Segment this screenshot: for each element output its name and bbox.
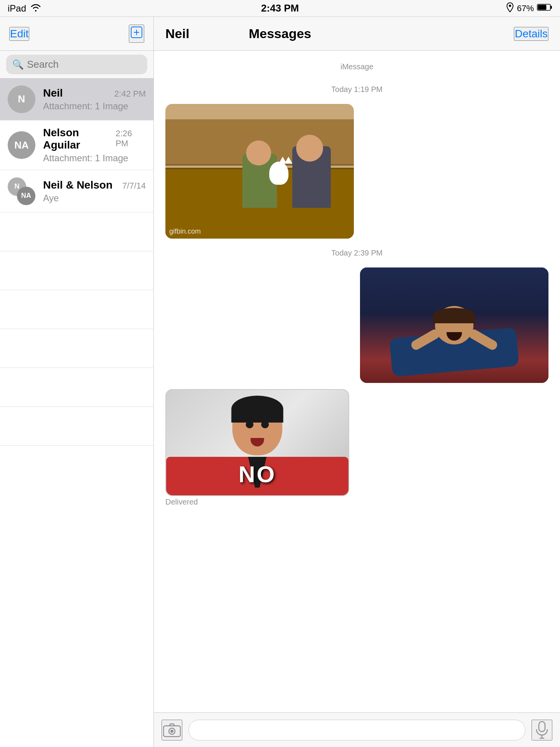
conv-info-neil: Neil 2:42 PM Attachment: 1 Image (43, 87, 146, 112)
watermark: gifbin.com (169, 227, 201, 236)
svg-rect-2 (550, 6, 552, 9)
message-gif-1: gifbin.com (165, 104, 548, 239)
svg-rect-3 (538, 5, 547, 10)
svg-point-9 (170, 730, 173, 733)
conv-preview-group: Aye (43, 193, 146, 204)
conversation-list: N Neil 2:42 PM Attachment: 1 Image NA Ne… (0, 78, 153, 747)
conv-time-neil: 2:42 PM (114, 89, 146, 99)
gif-cat-sofa-image: gifbin.com (165, 104, 354, 239)
messages-panel: Edit Messages 🔍 N (0, 17, 154, 747)
empty-space (0, 251, 153, 446)
messages-header: Edit Messages (0, 17, 153, 51)
search-wrapper[interactable]: 🔍 (6, 55, 147, 74)
no-text-label: NO (238, 461, 276, 488)
avatar-nelson: NA (8, 131, 35, 159)
timestamp-1: Today 1:19 PM (165, 85, 548, 94)
svg-point-0 (509, 5, 511, 7)
avatar-nelson-small: NA (17, 187, 35, 205)
chat-messages: iMessage Today 1:19 PM (154, 51, 560, 712)
compose-button[interactable] (129, 25, 144, 43)
conv-preview-neil: Attachment: 1 Image (43, 101, 146, 112)
imessage-label: iMessage (165, 62, 548, 71)
conv-name-nelson: Nelson Aguilar (43, 127, 115, 151)
conversation-item-group[interactable]: N NA Neil & Nelson 7/7/14 Aye (0, 170, 153, 212)
conv-info-nelson: Nelson Aguilar 2:26 PM Attachment: 1 Ima… (43, 127, 146, 164)
messages-title: Messages (249, 26, 312, 41)
conv-name-group: Neil & Nelson (43, 179, 112, 191)
chat-header: Neil Details (154, 17, 560, 51)
search-input[interactable] (27, 58, 152, 70)
message-gif-2 (165, 267, 548, 383)
conv-time-group: 7/7/14 (122, 181, 146, 191)
conv-preview-nelson: Attachment: 1 Image (43, 153, 146, 164)
chat-input-bar (154, 712, 560, 747)
conversation-item-nelson[interactable]: NA Nelson Aguilar 2:26 PM Attachment: 1 … (0, 120, 153, 170)
avatar-group: N NA (8, 177, 35, 205)
avatar-neil: N (8, 85, 35, 113)
message-input[interactable] (188, 720, 525, 740)
conv-time-nelson: 2:26 PM (115, 129, 146, 149)
gif-no-image: NO (165, 389, 349, 496)
timestamp-2: Today 2:39 PM (165, 249, 548, 257)
delivered-label: Delivered (165, 498, 198, 506)
camera-button[interactable] (162, 720, 182, 740)
chat-contact-name: Neil (165, 26, 189, 41)
edit-button[interactable]: Edit (9, 27, 29, 41)
details-button[interactable]: Details (514, 27, 548, 41)
status-bar: iPad 2:43 PM 67% (0, 0, 560, 17)
gif-laugh-image (360, 267, 548, 383)
conv-name-neil: Neil (43, 87, 63, 99)
conv-info-group: Neil & Nelson 7/7/14 Aye (43, 179, 146, 204)
ipad-label: iPad (8, 3, 26, 14)
search-icon: 🔍 (12, 59, 24, 70)
wifi-icon (30, 3, 42, 14)
location-icon (506, 2, 514, 15)
search-bar: 🔍 (0, 51, 153, 78)
chat-panel: Neil Details iMessage Today 1:19 PM (154, 17, 560, 747)
conversation-item-neil[interactable]: N Neil 2:42 PM Attachment: 1 Image (0, 78, 153, 120)
battery-label: 67% (517, 3, 534, 13)
status-time: 2:43 PM (261, 2, 299, 14)
message-gif-3: NO Delivered (165, 389, 548, 506)
battery-icon (537, 3, 552, 14)
microphone-button[interactable] (532, 720, 552, 740)
svg-rect-10 (539, 722, 545, 732)
